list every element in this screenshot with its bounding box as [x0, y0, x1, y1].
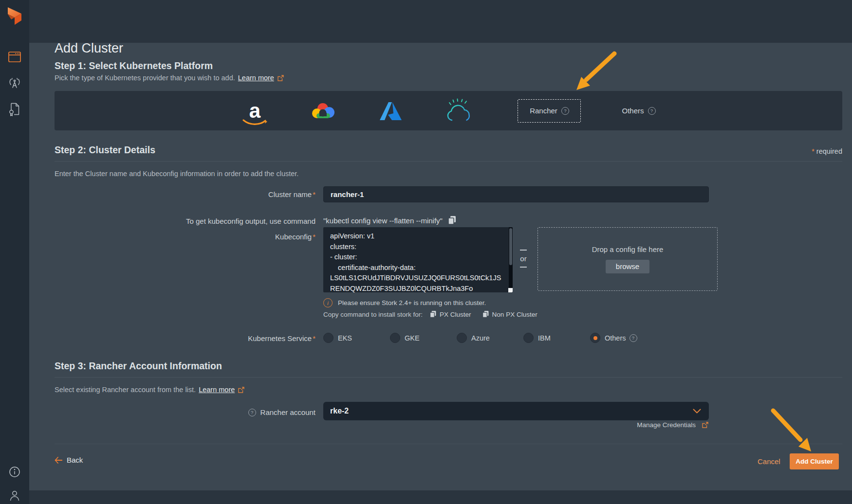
step1-learn-more-link[interactable]: Learn more: [238, 74, 274, 82]
portworx-logo[interactable]: [6, 6, 23, 26]
clusters-window-icon[interactable]: [8, 52, 21, 62]
external-link-icon: [238, 386, 245, 394]
sidebar: [0, 0, 29, 504]
azure-icon: [379, 100, 403, 122]
external-link-icon: [702, 421, 709, 429]
license-certificate-icon[interactable]: [8, 103, 21, 116]
stork-copy-label: Copy command to install stork for:: [323, 311, 423, 318]
or-label: or: [520, 254, 526, 263]
platform-rancher[interactable]: Rancher ?: [518, 99, 581, 123]
copy-icon: [429, 310, 437, 318]
step1-description: Pick the type of Kubernetes provider tha…: [55, 74, 235, 82]
kubernetes-service-radios: EKS GKE Azure IBM Others ?: [323, 333, 637, 343]
copy-px-cluster-button[interactable]: PX Cluster: [429, 310, 471, 318]
platform-azure[interactable]: [378, 99, 404, 123]
kubeconfig-text: apiVersion: v1 clusters: - cluster: cert…: [323, 227, 513, 292]
browse-button[interactable]: browse: [606, 260, 649, 273]
required-note: *required: [811, 147, 842, 155]
radio-circle: [323, 333, 333, 343]
chevron-down-icon: [693, 409, 701, 414]
page-title: Add Cluster: [55, 41, 123, 56]
kubectl-command: "kubectl config view --flatten --minify": [323, 216, 443, 225]
kubeconfig-scrollbar-track[interactable]: [509, 227, 513, 292]
kubernetes-service-label: Kubernetes Service*: [55, 334, 315, 342]
or-divider: or: [515, 227, 532, 290]
rancher-help-icon[interactable]: ?: [561, 107, 569, 115]
platform-others[interactable]: Others ?: [622, 107, 655, 115]
stork-copy-row: Copy command to install stork for: PX Cl…: [323, 310, 537, 318]
step3-heading: Step 3: Rancher Account Information: [55, 360, 222, 372]
kubectl-hint-label: To get kubeconfig output, use command: [55, 217, 315, 225]
stork-info-icon: i: [323, 298, 333, 307]
step2-heading: Step 2: Cluster Details: [55, 144, 155, 156]
radio-ibm[interactable]: IBM: [523, 333, 590, 343]
rancher-account-select[interactable]: rke-2: [323, 402, 709, 420]
radio-circle: [523, 333, 534, 343]
step3-description: Select existing Rancher account from the…: [55, 386, 196, 394]
radio-gke[interactable]: GKE: [390, 333, 457, 343]
app-canvas: Add Cluster Step 1: Select Kubernetes Pl…: [0, 0, 852, 504]
manage-credentials-link[interactable]: Manage Credentials: [637, 421, 709, 429]
platform-bar: a: [55, 91, 842, 130]
copy-icon: [482, 310, 489, 318]
back-button[interactable]: Back: [55, 456, 83, 464]
user-icon[interactable]: [9, 489, 20, 501]
kubeconfig-textarea[interactable]: apiVersion: v1 clusters: - cluster: cert…: [323, 227, 513, 292]
radio-others[interactable]: Others ?: [590, 333, 637, 343]
kubectl-command-row: "kubectl config view --flatten --minify": [323, 216, 457, 225]
platform-ibm-cloud[interactable]: [445, 98, 477, 124]
copy-command-icon[interactable]: [447, 216, 457, 225]
step3-divider: [55, 377, 842, 378]
stork-notice-row: i Please ensure Stork 2.4+ is running on…: [323, 298, 486, 307]
antenna-icon[interactable]: [8, 77, 21, 90]
footer-divider: [55, 444, 842, 444]
service-others-help-icon[interactable]: ?: [630, 334, 637, 342]
stork-notice-text: Please ensure Stork 2.4+ is running on t…: [338, 299, 486, 306]
kubeconfig-label: Kubeconfig*: [55, 233, 315, 241]
step2-description: Enter the Cluster name and Kubeconfig in…: [55, 170, 298, 178]
step3-learn-more-link[interactable]: Learn more: [199, 386, 235, 394]
aws-icon: a: [249, 101, 260, 121]
info-icon[interactable]: [9, 466, 20, 478]
aws-smile: [242, 119, 267, 126]
platform-aws[interactable]: a: [241, 97, 268, 125]
config-dropzone[interactable]: Drop a config file here browse: [537, 227, 718, 291]
others-help-icon[interactable]: ?: [648, 107, 656, 115]
kubeconfig-scroll-corner: [508, 288, 513, 292]
cluster-name-input[interactable]: rancher-1: [323, 186, 709, 202]
cluster-name-label: Cluster name*: [55, 190, 315, 198]
ibm-cloud-icon: [445, 98, 476, 124]
rancher-account-label: ? Rancher account: [55, 407, 315, 416]
radio-eks[interactable]: EKS: [323, 333, 390, 343]
step2-divider: [55, 161, 842, 162]
radio-circle-selected: [590, 333, 600, 343]
arrow-left-icon: [55, 457, 62, 464]
step1-heading: Step 1: Select Kubernetes Platform: [55, 60, 213, 72]
radio-azure[interactable]: Azure: [457, 333, 523, 343]
platform-rancher-label: Rancher: [530, 107, 557, 115]
radio-circle: [457, 333, 467, 343]
rancher-account-help-icon[interactable]: ?: [248, 409, 256, 416]
kubeconfig-scrollbar-thumb[interactable]: [509, 228, 512, 265]
cancel-button[interactable]: Cancel: [758, 457, 780, 466]
google-cloud-icon: [310, 100, 337, 122]
dropzone-text: Drop a config file here: [592, 245, 664, 253]
copy-non-px-cluster-button[interactable]: Non PX Cluster: [482, 310, 537, 318]
platform-google-cloud[interactable]: [309, 99, 337, 123]
radio-circle: [390, 333, 400, 343]
add-cluster-button[interactable]: Add Cluster: [790, 453, 839, 469]
platform-others-label: Others: [622, 107, 644, 115]
external-link-icon: [277, 74, 284, 82]
